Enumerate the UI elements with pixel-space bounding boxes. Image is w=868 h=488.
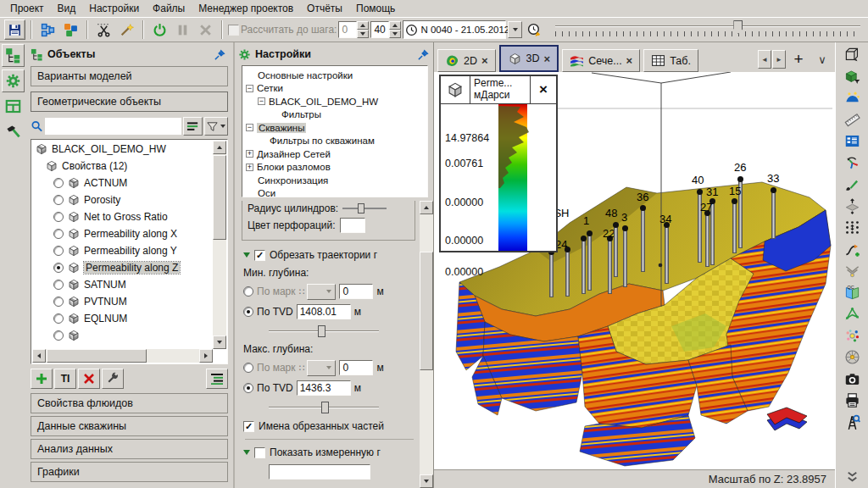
tree-item[interactable]: Porosity	[32, 191, 213, 208]
timestep-dropdown[interactable]: N 0040 - 21.05.2012	[403, 20, 506, 39]
tree-item[interactable]: Permeability along X	[32, 225, 213, 242]
bubbles-button[interactable]	[840, 326, 864, 346]
cut-names-checkbox[interactable]: ✓	[243, 421, 254, 432]
clipped-field[interactable]	[269, 464, 370, 480]
expand-box-icon[interactable]: +	[246, 150, 253, 158]
tree-item[interactable]: ACTNUM	[32, 175, 213, 191]
step-spinner[interactable]: 0	[338, 21, 369, 38]
step-up-button[interactable]	[357, 21, 369, 30]
pin-icon[interactable]	[417, 48, 430, 61]
paint-button[interactable]	[840, 175, 864, 194]
polygon-button[interactable]	[840, 304, 864, 324]
max-marker-offset-field[interactable]: 0	[339, 360, 373, 375]
radio-button[interactable]	[53, 330, 64, 341]
radio-button[interactable]	[53, 297, 64, 307]
scroll-up-button[interactable]	[420, 201, 433, 214]
modules-button[interactable]	[60, 19, 81, 40]
radio-button[interactable]	[53, 178, 64, 188]
add-object-button[interactable]	[31, 369, 53, 389]
geometric-objects-section[interactable]: Геометрические объекты	[31, 92, 228, 112]
max-tvd-field[interactable]: 1436.3	[297, 380, 351, 396]
collapse-arrow-icon[interactable]	[243, 450, 250, 455]
collapsed-section[interactable]: Анализ данных	[31, 439, 228, 459]
sidebar-item-objects[interactable]	[2, 44, 25, 67]
wizard-button[interactable]	[116, 19, 137, 40]
settings-tree-item[interactable]: −Скважины	[244, 121, 426, 135]
run-calculation-button[interactable]	[149, 19, 170, 40]
settings-tree-item[interactable]: Основные настройки	[244, 69, 426, 82]
settings-tree-item[interactable]: −Сетки	[244, 82, 426, 96]
min-tvd-field[interactable]: 1408.01	[297, 304, 351, 319]
model-scenarios-button[interactable]	[37, 19, 58, 40]
search-input[interactable]	[45, 118, 181, 135]
well-head-marker[interactable]	[587, 230, 593, 236]
filter-button[interactable]	[204, 117, 228, 136]
ruler-button[interactable]	[840, 110, 864, 130]
printer-button[interactable]	[840, 391, 864, 410]
well-markers-button[interactable]	[840, 261, 864, 280]
menu-item[interactable]: Менеджер проектов	[192, 1, 300, 16]
collapse-arrow-icon[interactable]	[243, 252, 250, 258]
scrollbar-thumb[interactable]	[420, 252, 433, 370]
show-measured-checkbox[interactable]	[254, 447, 265, 458]
step-value[interactable]: 0	[338, 21, 357, 38]
sector-button[interactable]	[840, 347, 864, 367]
calc-to-step-checkbox[interactable]	[228, 25, 239, 36]
max-marker-dropdown[interactable]	[307, 360, 336, 376]
scroll-up-button[interactable]	[213, 141, 226, 154]
grid-points-button[interactable]	[840, 218, 864, 237]
sidebar-item-layout[interactable]	[2, 95, 25, 118]
close-tab-icon[interactable]: ×	[481, 54, 488, 67]
well-head-marker[interactable]	[737, 176, 743, 182]
more-button[interactable]	[840, 467, 864, 486]
settings-tree-item[interactable]: +Блоки разломов	[244, 161, 426, 175]
cut-button[interactable]	[93, 19, 114, 40]
pan-button[interactable]	[840, 197, 864, 216]
radio-button[interactable]	[53, 280, 64, 290]
close-tab-icon[interactable]: ×	[544, 53, 551, 65]
scroll-down-button[interactable]	[420, 474, 433, 488]
camera-button[interactable]	[840, 369, 864, 389]
add-tab-button[interactable]: +	[787, 47, 810, 71]
radio-button[interactable]	[53, 212, 64, 222]
steps-down-button[interactable]	[389, 30, 401, 38]
steps-up-button[interactable]	[389, 21, 401, 30]
tabs-scroll-right-button[interactable]: ►	[772, 50, 786, 69]
tree-item[interactable]	[32, 327, 213, 344]
tab-2D[interactable]: 2D×	[437, 49, 496, 72]
tree-item[interactable]: SATNUM	[32, 276, 213, 293]
min-depth-slider[interactable]	[269, 324, 379, 339]
well-head-marker[interactable]	[581, 236, 587, 241]
model-variants-section[interactable]: Варианты моделей	[31, 66, 228, 86]
max-depth-slider[interactable]	[269, 400, 379, 415]
well-head-marker[interactable]	[613, 222, 619, 228]
find-well-button[interactable]	[840, 413, 864, 432]
tree-item[interactable]: Свойства (12)	[32, 158, 213, 175]
min-marker-dropdown[interactable]	[307, 284, 336, 300]
collapse-box-icon[interactable]: −	[258, 97, 265, 105]
3d-canvas[interactable]: 524HW_FISH1223483634403127261533 Perme..…	[434, 72, 835, 469]
list-view-button[interactable]	[206, 369, 228, 389]
timestep-dropdown-arrow[interactable]	[508, 21, 522, 38]
well-head-marker[interactable]	[622, 225, 628, 231]
tree-item[interactable]: BLACK_OIL_DEMO_HW	[32, 141, 213, 158]
radio-button[interactable]	[53, 313, 64, 324]
cylinder-radius-slider[interactable]	[342, 202, 387, 214]
menu-item[interactable]: Вид	[51, 1, 83, 16]
well-head-marker[interactable]	[732, 198, 737, 204]
delete-button[interactable]	[78, 369, 100, 389]
radio-button[interactable]	[53, 263, 64, 273]
tab-3D[interactable]: 3D×	[499, 45, 559, 72]
expand-box-icon[interactable]: +	[246, 164, 253, 171]
add-trajectory-button[interactable]	[840, 240, 864, 259]
vertical-scrollbar[interactable]	[213, 141, 226, 349]
menu-item[interactable]: Отчёты	[300, 1, 349, 16]
tab-Таб.[interactable]: Таб.	[643, 49, 698, 72]
total-steps-spinner[interactable]: 40	[370, 21, 401, 38]
scrollbar-thumb[interactable]	[213, 155, 226, 240]
max-by-marker-radio[interactable]	[243, 363, 253, 373]
settings-scrollbar[interactable]	[420, 201, 433, 488]
perforation-color-swatch[interactable]	[340, 218, 365, 233]
lighting-button[interactable]	[840, 88, 864, 108]
close-tab-icon[interactable]: ×	[626, 54, 633, 67]
